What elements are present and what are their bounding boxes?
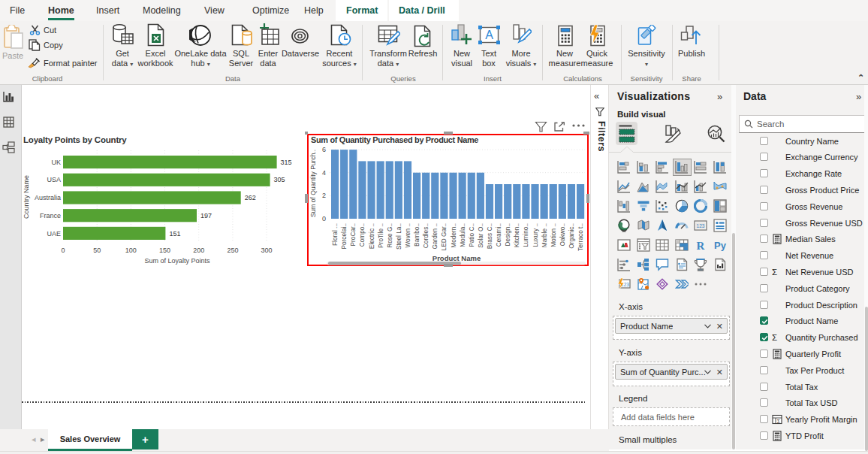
svg-text:Motion ..: Motion .. [550, 223, 557, 247]
svg-text:262: 262 [245, 194, 256, 201]
svg-text:Compo..: Compo.. [358, 223, 366, 247]
svg-text:LED Gar..: LED Gar.. [440, 223, 448, 250]
svg-text:Product Name: Product Name [432, 254, 481, 262]
svg-text:Steel La..: Steel La.. [395, 223, 402, 250]
svg-text:Brass C..: Brass C.. [486, 223, 493, 249]
svg-text:France: France [40, 212, 61, 219]
svg-text:Modula..: Modula.. [459, 223, 466, 247]
svg-text:Solar O..: Solar O.. [477, 223, 484, 248]
svg-text:250: 250 [227, 247, 238, 254]
svg-text:197: 197 [200, 212, 212, 219]
svg-text:Cerami..: Cerami.. [495, 223, 502, 247]
svg-text:Porcelai..: Porcelai.. [340, 223, 348, 250]
svg-text:Patio C..: Patio C.. [468, 223, 475, 247]
svg-text:150: 150 [159, 247, 170, 254]
svg-text:305: 305 [274, 176, 285, 183]
svg-text:2: 2 [322, 192, 326, 199]
svg-text:Py: Py [714, 240, 727, 251]
svg-text:Modern..: Modern.. [450, 223, 457, 248]
svg-text:Bambo..: Bambo.. [413, 223, 420, 247]
svg-text:50: 50 [93, 247, 101, 254]
svg-text:ProCar..: ProCar.. [349, 223, 357, 246]
svg-text:Rose G..: Rose G.. [386, 223, 393, 248]
svg-text:Luxury ..: Luxury .. [532, 223, 539, 247]
svg-text:Terraco t..: Terraco t.. [577, 223, 584, 251]
svg-text:R: R [697, 240, 705, 252]
svg-text:Σ: Σ [777, 419, 781, 424]
svg-text:Oakwo..: Oakwo.. [559, 223, 566, 246]
svg-text:100: 100 [125, 247, 137, 254]
svg-text:200: 200 [193, 247, 204, 254]
svg-text:Floral ...: Floral ... [331, 223, 339, 246]
svg-text:Sum of Quantity Purch..: Sum of Quantity Purch.. [309, 150, 317, 217]
svg-text:Kitchen..: Kitchen.. [513, 223, 520, 247]
svg-text:0: 0 [61, 247, 65, 254]
svg-text:Cordles..: Cordles.. [422, 223, 429, 248]
svg-text:Australia: Australia [35, 194, 61, 201]
svg-text:0: 0 [322, 215, 326, 222]
svg-text:Lumino..: Lumino.. [522, 223, 529, 247]
svg-text:Woven ..: Woven .. [404, 223, 411, 248]
svg-text:Loyalty Points by Country: Loyalty Points by Country [23, 135, 127, 144]
svg-text:Electric ..: Electric .. [368, 223, 375, 249]
svg-text:Marble ..: Marble .. [541, 223, 548, 247]
svg-text:300: 300 [261, 247, 272, 254]
svg-text:UK: UK [51, 159, 61, 166]
svg-text:151: 151 [169, 230, 180, 238]
svg-text:Country Name: Country Name [23, 175, 30, 219]
svg-text:123: 123 [697, 223, 705, 229]
svg-text:Garden ..: Garden .. [431, 223, 439, 250]
svg-text:Design..: Design.. [504, 223, 511, 246]
svg-text:Sum of Loyalty Points: Sum of Loyalty Points [144, 257, 210, 265]
svg-text:Sum of Quantity Purchased by P: Sum of Quantity Purchased by Product Nam… [311, 135, 478, 144]
svg-text:A: A [485, 29, 493, 41]
svg-text:ProTile ..: ProTile .. [377, 223, 384, 248]
svg-text:315: 315 [281, 159, 292, 166]
svg-text:Organic..: Organic.. [568, 223, 575, 249]
svg-text:6: 6 [322, 146, 326, 153]
svg-text:4: 4 [322, 169, 326, 177]
svg-text:UAE: UAE [47, 230, 61, 238]
svg-text:USA: USA [47, 176, 61, 183]
